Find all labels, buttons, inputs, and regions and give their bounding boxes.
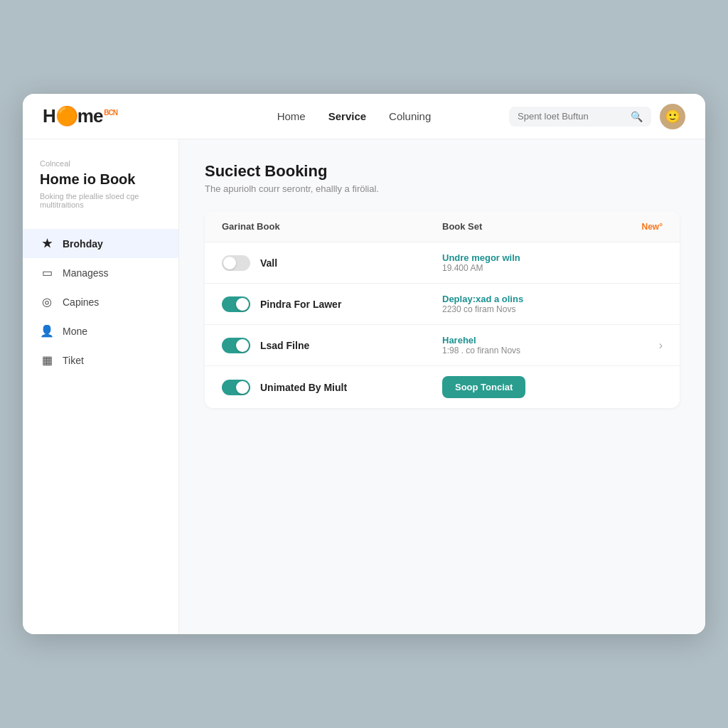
sidebar-item-brohday[interactable]: ★ Brohday [23, 229, 178, 258]
col2-header: Book Set New° [442, 221, 663, 232]
row-name: Vall [260, 257, 277, 269]
logo-area: H🟠meBCN [43, 105, 199, 127]
table-row: Lsad Filne Harehel 1:98 . co firann Novs… [205, 325, 680, 366]
table-row: Pindra For Lawer Deplay:xad a olins 2230… [205, 284, 680, 325]
row-detail-title: Deplay:xad a olins [442, 294, 523, 304]
col1-header: Garinat Book [222, 221, 442, 232]
sidebar-item-mone[interactable]: 👤 Mone [23, 316, 178, 346]
row-left: Unimated By Miult [222, 380, 442, 395]
sidebar-item-label: Managess [63, 267, 109, 279]
grid-icon: ▭ [40, 266, 54, 279]
row-name: Unimated By Miult [260, 382, 347, 393]
ticket-icon: ▦ [40, 353, 54, 367]
top-nav: H🟠meBCN Home Service Coluning 🔍 🙂 [23, 94, 705, 139]
main-content: Suciect Booking The apuriolh courr seron… [179, 139, 705, 634]
sidebar-supertitle: Colnceal [40, 159, 161, 168]
section-desc: The apuriolh courr serontr, ehallly a fi… [205, 183, 680, 194]
nav-service[interactable]: Service [328, 107, 366, 125]
nav-right: 🔍 🙂 [509, 104, 685, 129]
avatar[interactable]: 🙂 [660, 104, 685, 129]
sidebar-item-managess[interactable]: ▭ Managess [23, 258, 178, 287]
table-row: Unimated By Miult Soop Tonciat [205, 366, 680, 408]
nav-home[interactable]: Home [277, 107, 306, 125]
row-right: Soop Tonciat [442, 376, 663, 398]
toggle-row3[interactable] [222, 338, 250, 353]
row-detail-sub: 19.400 AM [442, 263, 520, 273]
table-row: Vall Undre megor wiln 19.400 AM [205, 242, 680, 284]
toggle-row1[interactable] [222, 255, 250, 271]
row-right: Undre megor wiln 19.400 AM [442, 252, 663, 273]
nav-coluning[interactable]: Coluning [389, 107, 431, 125]
row-detail-title: Harehel [442, 335, 520, 346]
sidebar-item-label: Brohday [63, 238, 103, 250]
nav-links: Home Service Coluning [199, 107, 509, 125]
user-icon: 👤 [40, 324, 54, 338]
action-button[interactable]: Soop Tonciat [442, 376, 525, 398]
row-detail: Undre megor wiln 19.400 AM [442, 252, 520, 273]
sidebar-item-label: Tiket [63, 355, 84, 366]
logo-icon: 🟠 [55, 105, 77, 127]
sidebar-title: Home io Book [40, 171, 161, 188]
toggle-knob [223, 257, 236, 269]
sidebar-subtitle: Boking the pleallie sloed cge multitrait… [40, 192, 161, 209]
toggle-knob [236, 381, 249, 394]
toggle-knob [236, 339, 249, 352]
sidebar-item-label: Mone [63, 326, 87, 337]
sidebar-item-tiket[interactable]: ▦ Tiket [23, 346, 178, 375]
sidebar-nav: ★ Brohday ▭ Managess ◎ Capines 👤 Mone ▦ [23, 229, 178, 375]
row-detail-title: Undre megor wiln [442, 252, 520, 263]
sidebar-item-capines[interactable]: ◎ Capines [23, 287, 178, 316]
search-input[interactable] [518, 111, 625, 122]
star-icon: ★ [40, 237, 54, 250]
sidebar-item-label: Capines [63, 296, 99, 308]
section-title: Suciect Booking [205, 162, 680, 181]
sidebar: Colnceal Home io Book Boking the plealli… [23, 139, 179, 634]
new-badge[interactable]: New° [642, 222, 663, 232]
row-detail-sub: 1:98 . co firann Novs [442, 346, 520, 355]
booking-table: Garinat Book Book Set New° Vall [205, 211, 680, 408]
circle-icon: ◎ [40, 295, 54, 309]
row-detail-sub: 2230 co firam Novs [442, 304, 523, 314]
row-name: Pindra For Lawer [260, 299, 341, 310]
row-right: Deplay:xad a olins 2230 co firam Novs [442, 294, 663, 314]
toggle-knob [236, 298, 249, 311]
row-left: Lsad Filne [222, 338, 442, 353]
app-window: H🟠meBCN Home Service Coluning 🔍 🙂 Colnce… [23, 94, 705, 634]
row-right: Harehel 1:98 . co firann Novs › [442, 335, 663, 355]
toggle-row4[interactable] [222, 380, 250, 395]
chevron-right-icon: › [659, 339, 663, 352]
toggle-row2[interactable] [222, 296, 250, 312]
logo: H🟠meBCN [43, 105, 117, 127]
row-name: Lsad Filne [260, 340, 309, 351]
search-icon: 🔍 [631, 111, 643, 122]
app-body: Colnceal Home io Book Boking the plealli… [23, 139, 705, 634]
search-box[interactable]: 🔍 [509, 107, 651, 127]
row-detail: Deplay:xad a olins 2230 co firam Novs [442, 294, 523, 314]
row-detail: Harehel 1:98 . co firann Novs [442, 335, 520, 355]
table-header: Garinat Book Book Set New° [205, 211, 680, 242]
row-left: Pindra For Lawer [222, 296, 442, 312]
row-left: Vall [222, 255, 442, 271]
sidebar-header: Colnceal Home io Book Boking the plealli… [23, 159, 178, 223]
